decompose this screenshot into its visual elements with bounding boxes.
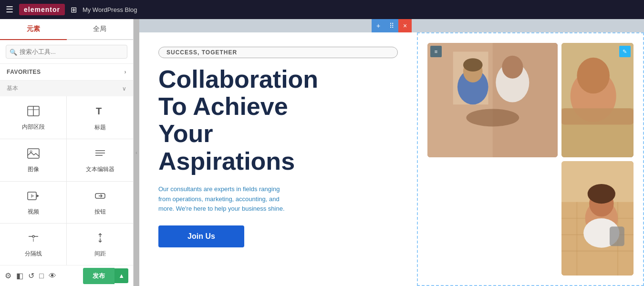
image-edit-button[interactable]: ✎ (619, 46, 631, 57)
publish-arrow-button[interactable]: ▲ (114, 268, 128, 283)
widget-spacer[interactable]: 间距 (67, 224, 133, 265)
close-element-button[interactable]: × (398, 19, 412, 32)
widget-video[interactable]: 视频 (0, 182, 66, 223)
button-icon (94, 191, 106, 204)
svg-text:T: T (96, 106, 102, 116)
history-icon[interactable]: ↺ (28, 271, 34, 280)
svg-marker-11 (31, 194, 34, 198)
widget-divider-label: 分隔线 (25, 250, 42, 258)
search-input[interactable] (6, 45, 127, 59)
svg-point-28 (466, 109, 519, 126)
text-editor-icon (94, 148, 106, 162)
svg-rect-33 (561, 108, 634, 124)
spacer-icon (94, 233, 106, 246)
basic-section-label: 基本 (7, 84, 18, 92)
top-bar: ☰ elementor ⊞ My WordPress Blog (0, 0, 644, 19)
sidebar-drag-handle[interactable]: ‹ (134, 19, 139, 286)
hero-title-line1: Collaboration (158, 66, 398, 93)
image-main-placeholder (427, 43, 558, 157)
join-us-button[interactable]: Join Us (158, 225, 244, 247)
page-right-images: ≡ (417, 32, 644, 286)
badge-pill: SUCCESS, TOGETHER (158, 47, 398, 58)
hero-title: Collaboration To Achieve Your Aspiration… (158, 66, 398, 175)
image-top-right-placeholder (561, 43, 634, 157)
layers-icon[interactable]: ◧ (16, 271, 23, 280)
widget-text-editor-label: 文本编辑器 (86, 165, 114, 174)
page-inner: SUCCESS, TOGETHER Collaboration To Achie… (139, 32, 644, 286)
widget-divider[interactable]: 分隔线 (0, 224, 66, 265)
responsive-icon[interactable]: □ (39, 272, 44, 280)
widget-heading[interactable]: T 标题 (67, 96, 133, 139)
image-bottom-placeholder (561, 161, 634, 276)
sidebar: 元素 全局 🔍 FAVORITES › 基本 ∨ (0, 19, 134, 286)
search-icon: 🔍 (10, 48, 17, 55)
favorites-label: FAVORITES (7, 69, 41, 75)
main-layout: 元素 全局 🔍 FAVORITES › 基本 ∨ (0, 19, 644, 286)
settings-icon[interactable]: ⚙ (5, 271, 11, 280)
widget-inner-section-label: 内部区段 (22, 123, 45, 131)
add-element-button[interactable]: + (372, 19, 385, 32)
heading-icon: T (94, 105, 106, 120)
publish-button[interactable]: 发布 (83, 268, 114, 284)
menu-icon[interactable]: ☰ (6, 4, 13, 15)
inner-section-icon (27, 106, 40, 119)
site-name: My WordPress Blog (83, 6, 137, 13)
basic-section-header[interactable]: 基本 ∨ (0, 81, 133, 96)
divider-icon (27, 233, 40, 246)
image-bottom-right (561, 161, 634, 276)
preview-icon[interactable]: 👁 (49, 272, 56, 280)
page-left: SUCCESS, TOGETHER Collaboration To Achie… (139, 32, 417, 286)
svg-point-27 (502, 56, 523, 79)
widget-spacer-label: 间距 (94, 250, 106, 258)
hero-title-line3: Your (158, 120, 398, 147)
drag-handle-button[interactable]: ⠿ (385, 19, 398, 32)
tab-global[interactable]: 全局 (67, 19, 134, 39)
sidebar-bottom-bar: ⚙ ◧ ↺ □ 👁 发布 ▲ (0, 265, 133, 286)
tab-elements[interactable]: 元素 (0, 19, 67, 39)
hero-title-line2: To Achieve (158, 93, 398, 120)
svg-point-15 (32, 235, 34, 237)
widget-inner-section[interactable]: 内部区段 (0, 96, 66, 139)
publish-button-group: 发布 ▲ (83, 268, 128, 284)
elementor-logo: elementor (19, 4, 65, 15)
image-handle-left[interactable]: ≡ (430, 46, 442, 57)
chevron-down-icon: ∨ (122, 85, 126, 92)
video-icon (27, 191, 40, 204)
page-content: SUCCESS, TOGETHER Collaboration To Achie… (139, 32, 644, 286)
widget-text-editor[interactable]: 文本编辑器 (67, 139, 133, 181)
sidebar-search-area: 🔍 (0, 40, 133, 64)
sidebar-tabs: 元素 全局 (0, 19, 133, 40)
canvas-area: + ⠿ × SUCCESS, TOGETHER Collaboration To… (139, 19, 644, 286)
widget-heading-label: 标题 (94, 123, 106, 132)
floating-toolbar: + ⠿ × (372, 19, 412, 32)
hero-description: Our consultants are experts in fields ra… (158, 184, 292, 214)
image-grid: ≡ (427, 43, 634, 276)
grid-icon[interactable]: ⊞ (71, 5, 77, 14)
widget-image-label: 图像 (28, 165, 39, 174)
svg-rect-45 (610, 226, 624, 246)
svg-point-43 (588, 184, 615, 204)
svg-marker-10 (37, 194, 39, 197)
image-icon (27, 148, 40, 162)
widget-button[interactable]: 按钮 (67, 182, 133, 223)
image-top-right: ✎ (561, 43, 634, 157)
favorites-arrow: › (125, 69, 127, 75)
widget-image[interactable]: 图像 (0, 139, 66, 181)
bottom-icons-group: ⚙ ◧ ↺ □ 👁 (5, 271, 56, 280)
svg-point-32 (577, 58, 610, 93)
widgets-grid: 内部区段 T 标题 图像 文本编辑器 (0, 96, 133, 265)
widget-video-label: 视频 (28, 208, 39, 216)
svg-point-25 (463, 58, 483, 72)
hero-title-line4: Aspirations (158, 148, 398, 175)
favorites-section[interactable]: FAVORITES › (0, 64, 133, 81)
widget-button-label: 按钮 (94, 208, 106, 216)
image-main: ≡ (427, 43, 558, 157)
